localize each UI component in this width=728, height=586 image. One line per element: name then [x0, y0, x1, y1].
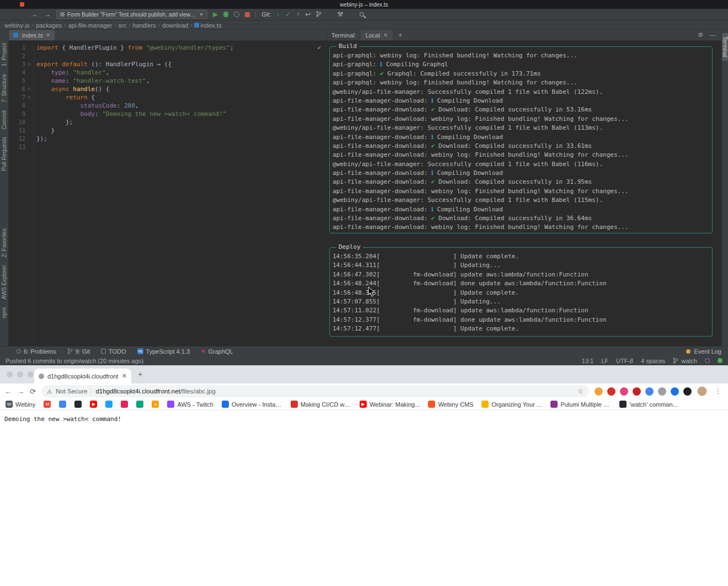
bookmark-item[interactable]: Organizing Your A...	[481, 401, 542, 408]
graphql-widget[interactable]: ✳ GraphQL	[201, 348, 233, 355]
new-tab-button[interactable]: +	[138, 370, 142, 379]
bookmark-item[interactable]: 'watch' comman...	[619, 401, 677, 408]
code-line[interactable]: statusCode: 200,	[36, 102, 326, 110]
git-commit-button[interactable]: ✓	[285, 11, 291, 18]
minimize-icon[interactable]: —	[710, 31, 716, 39]
bookmark-item[interactable]: Making CI/CD wor...	[291, 401, 351, 408]
git-branch-icon[interactable]	[316, 11, 322, 18]
git-update-button[interactable]: ↓	[276, 11, 280, 18]
gutter-row[interactable]: 6⊟	[9, 85, 34, 93]
gutter-row[interactable]: 2	[9, 52, 34, 60]
terminal-settings-icon[interactable]: ⚙	[698, 31, 703, 39]
code-line[interactable]: body: "Demoing the new >watch< command!"	[36, 110, 326, 118]
breadcrumb-item[interactable]: handlers	[132, 22, 156, 29]
window-zoom-button[interactable]	[28, 371, 34, 377]
bookmark-item[interactable]	[121, 401, 128, 408]
reload-icon[interactable]: ⟳	[30, 387, 36, 396]
close-icon[interactable]: ✕	[46, 32, 50, 38]
code-line[interactable]	[36, 52, 326, 60]
bookmark-item[interactable]	[74, 401, 82, 408]
background-tasks-icon[interactable]	[705, 358, 710, 363]
back-icon[interactable]: ←	[32, 11, 39, 18]
code-area[interactable]: import { HandlerPlugin } from "@webiny/h…	[35, 44, 326, 346]
bookmark-item[interactable]	[105, 401, 113, 408]
run-configuration-select[interactable]: Form Builder "Form" Test.should publish,…	[56, 10, 207, 19]
bookmark-item[interactable]: ▶	[90, 401, 97, 408]
git-widget[interactable]: 9: Git	[67, 348, 90, 355]
tool-stripe-terminal[interactable]: Terminal	[722, 33, 728, 61]
code-line[interactable]: async handle() {	[36, 85, 326, 93]
stop-button[interactable]	[245, 12, 250, 17]
indent-setting[interactable]: 4 spaces	[641, 358, 665, 364]
code-line[interactable]: };	[36, 118, 326, 126]
code-line[interactable]: import { HandlerPlugin } from "@webiny/h…	[36, 44, 326, 52]
bookmark-item[interactable]: a	[152, 401, 159, 408]
code-line[interactable]: type: "handler",	[36, 68, 326, 77]
extension-icon[interactable]	[620, 387, 628, 396]
profiler-button[interactable]	[234, 12, 239, 17]
tool-stripe-commit[interactable]: Commit	[1, 110, 7, 129]
bookmark-item[interactable]: AWS - Twitch	[167, 401, 213, 408]
breadcrumb-item[interactable]: download	[162, 22, 188, 29]
gutter-row[interactable]: 12	[9, 135, 34, 143]
terminal-output[interactable]: Build api-graphql: webiny log: Finished …	[327, 41, 721, 346]
problems-widget[interactable]: 6: Problems	[17, 348, 56, 355]
breadcrumb-item[interactable]: api-file-manager	[68, 22, 112, 29]
extension-icon[interactable]	[658, 387, 666, 396]
extension-icon[interactable]	[683, 387, 692, 396]
extension-icon[interactable]	[645, 387, 654, 396]
gutter-row[interactable]: 8	[9, 102, 34, 110]
extension-icon[interactable]	[633, 387, 641, 396]
tool-stripe-2-favorites[interactable]: 2: Favorites	[1, 228, 7, 257]
close-icon[interactable]: ✕	[383, 32, 388, 38]
bookmark-item[interactable]	[59, 401, 66, 408]
caret-position[interactable]: 13:1	[582, 358, 593, 364]
profile-avatar[interactable]	[697, 386, 707, 396]
bookmark-item[interactable]: ▶Webinar: Making...	[360, 401, 420, 408]
bookmark-item[interactable]: Pulumi Multiple pr...	[550, 401, 611, 408]
code-line[interactable]: export default (): HandlerPlugin ⇒ ({	[36, 60, 326, 68]
gutter-row[interactable]: 10	[9, 118, 34, 126]
bookmark-item[interactable]	[136, 401, 143, 408]
forward-icon[interactable]: →	[44, 11, 51, 18]
browser-tab[interactable]: d1hgd8csopkt4i.cloudfront.ne ✕	[34, 369, 131, 383]
security-label[interactable]: Not Secure	[56, 388, 88, 395]
gutter-row[interactable]: 1	[9, 44, 34, 52]
run-button[interactable]: ▶	[213, 11, 218, 18]
bookmark-item[interactable]: M	[44, 401, 51, 408]
close-icon[interactable]: ✕	[122, 372, 127, 380]
back-icon[interactable]: ←	[4, 387, 12, 396]
gutter-row[interactable]: 5	[9, 77, 34, 85]
window-minimize-button[interactable]	[17, 371, 23, 377]
extension-icon[interactable]	[671, 387, 679, 396]
browser-menu-icon[interactable]: ⋮	[713, 387, 724, 395]
gutter-row[interactable]: 4	[9, 68, 34, 77]
extension-icon[interactable]	[595, 387, 603, 396]
code-line[interactable]	[36, 143, 326, 151]
breadcrumb-item[interactable]: webiny-js	[4, 22, 30, 29]
editor-tab-index-ts[interactable]: index.ts ✕	[9, 30, 55, 40]
terminal-tab-local[interactable]: Local ✕	[361, 30, 393, 40]
file-encoding[interactable]: UTF-8	[616, 358, 633, 364]
search-everywhere-icon[interactable]	[360, 12, 364, 17]
editor-body[interactable]: 123⊟456⊟7⊟8910111213 import { HandlerPlu…	[9, 41, 326, 346]
code-line[interactable]: }	[36, 126, 326, 135]
typescript-widget[interactable]: TS TypeScript 4.1.3	[137, 348, 190, 355]
code-line[interactable]: return {	[36, 93, 326, 102]
tool-stripe-npm[interactable]: npm	[1, 307, 7, 318]
new-terminal-icon[interactable]: +	[398, 31, 402, 39]
screen-recording-icon[interactable]	[20, 2, 24, 7]
gutter-row[interactable]: 7⊟	[9, 93, 34, 102]
bookmark-item[interactable]: WWebiny	[6, 401, 35, 408]
window-close-button[interactable]	[7, 371, 13, 377]
fold-marker-icon[interactable]: ⊟	[25, 87, 33, 92]
bookmark-star-icon[interactable]: ☆	[577, 387, 584, 395]
tool-stripe-pull-requests[interactable]: Pull Requests	[1, 137, 7, 171]
build-hammer-icon[interactable]: ⚒	[337, 10, 343, 18]
gutter-row[interactable]: 9	[9, 110, 34, 118]
forward-icon[interactable]: →	[17, 387, 24, 396]
todo-widget[interactable]: TODO	[101, 348, 126, 355]
git-push-button[interactable]: ↑	[296, 11, 299, 18]
inspection-ok-icon[interactable]: ✔	[317, 44, 321, 51]
event-log-widget[interactable]: Event Log	[686, 348, 721, 355]
